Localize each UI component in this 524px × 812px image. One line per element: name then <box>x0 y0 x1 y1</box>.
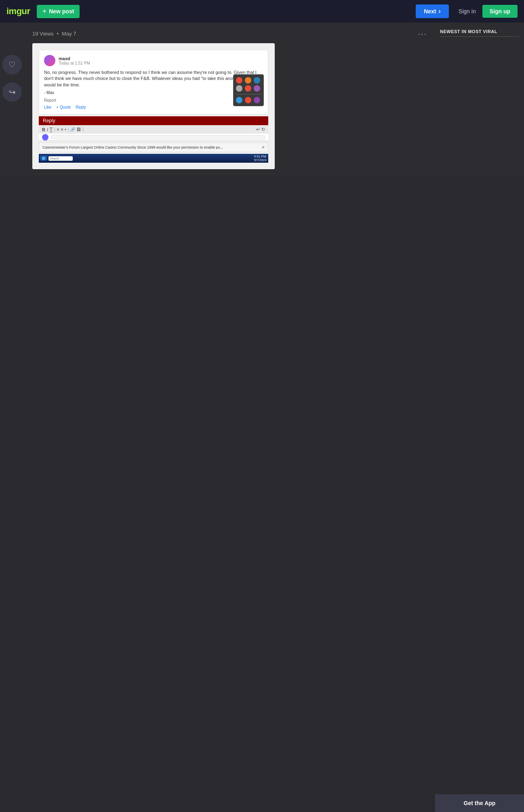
arrow-icon: › <box>439 8 441 15</box>
post-date: May 7 <box>62 31 76 37</box>
share-button[interactable]: ↪ <box>2 82 22 102</box>
new-post-button[interactable]: + New post <box>37 5 80 18</box>
reply-input-area <box>39 134 268 141</box>
toolbar-i[interactable]: I <box>47 127 48 132</box>
next-label: Next <box>424 8 436 15</box>
like-button[interactable]: ♡ <box>2 55 22 74</box>
taskbar-search[interactable]: Search <box>48 156 73 161</box>
notification-bar: Casinomeister's Forum Largest Online Cas… <box>39 143 268 152</box>
left-sidebar: ♡ ↪ <box>0 23 24 176</box>
reply-bar: Reply <box>39 116 268 125</box>
dark-footer <box>0 176 524 812</box>
reply-avatar <box>42 134 48 141</box>
forum-sig: - Max <box>44 90 263 95</box>
emoji-blue2[interactable] <box>236 97 242 103</box>
forum-user-info: maxd Today at 1:51 PM <box>59 56 90 65</box>
taskbar-search-text: Search <box>50 157 59 160</box>
meta-separator: • <box>57 31 59 37</box>
forum-avatar <box>44 55 55 66</box>
toolbar-list1[interactable]: ≡ <box>57 127 59 132</box>
emoji-picker <box>233 74 264 106</box>
reply-toolbar: B I T̲ | ≡ ≡ • | 🔗 🖼 | ↩ ↻ <box>39 125 268 134</box>
toolbar-image[interactable]: 🖼 <box>77 127 81 132</box>
sign-in-button[interactable]: Sign in <box>459 8 476 15</box>
post-meta-left: 19 Views • May 7 <box>32 31 76 37</box>
heart-icon: ♡ <box>8 60 16 69</box>
toolbar-sep3: | <box>82 127 84 132</box>
center-content: 19 Views • May 7 ··· maxd Today at 1:51 … <box>24 23 435 176</box>
navbar: imgur + New post Next › Sign in Sign up <box>0 0 524 23</box>
emoji-blue[interactable] <box>254 77 260 84</box>
post-image: maxd Today at 1:51 PM No, no progress. T… <box>32 43 275 169</box>
post-meta: 19 Views • May 7 ··· <box>32 29 427 38</box>
taskbar-date: 5/7/2024 <box>254 158 267 162</box>
notification-text: Casinomeister's Forum Largest Online Cas… <box>42 145 223 149</box>
forum-report: Report <box>44 98 263 103</box>
right-sidebar: NEWEST IN MOST VIRAL <box>435 23 524 176</box>
logo[interactable]: imgur <box>6 6 30 17</box>
forum-username: maxd <box>59 56 90 61</box>
forum-post-header: maxd Today at 1:51 PM <box>44 55 263 66</box>
navbar-right: Sign in Sign up <box>459 5 518 18</box>
screenshot-mockup: maxd Today at 1:51 PM No, no progress. T… <box>32 43 275 169</box>
sign-up-button[interactable]: Sign up <box>482 5 518 18</box>
emoji-purple[interactable] <box>254 85 260 92</box>
taskbar: ⊞ Search 5:51 PM 5/7/2024 <box>39 154 268 163</box>
more-icon: ··· <box>418 29 427 38</box>
toolbar-sep1: | <box>54 127 55 132</box>
post-more-button[interactable]: ··· <box>418 29 427 38</box>
toolbar-link[interactable]: 🔗 <box>70 127 75 132</box>
notification-close[interactable]: × <box>262 145 265 150</box>
toolbar-b[interactable]: B <box>42 127 45 132</box>
main-container: ♡ ↪ 19 Views • May 7 ··· <box>0 23 524 176</box>
get-app-label: Get the App <box>464 800 496 806</box>
toolbar-sep2: | <box>68 127 69 132</box>
emoji-divider <box>236 94 261 94</box>
forum-post: maxd Today at 1:51 PM No, no progress. T… <box>39 50 268 115</box>
action-quote[interactable]: + Quote <box>56 105 71 109</box>
toolbar-bullet[interactable]: • <box>65 127 66 132</box>
logo-text: imgur <box>6 6 30 17</box>
share-icon: ↪ <box>9 87 16 97</box>
emoji-violet[interactable] <box>254 97 260 103</box>
emoji-red3[interactable] <box>245 97 251 103</box>
emoji-red2[interactable] <box>245 85 251 92</box>
get-app-banner[interactable]: Get the App <box>435 794 524 812</box>
action-reply[interactable]: Reply <box>76 105 86 109</box>
taskbar-time: 5:51 PM <box>254 155 266 158</box>
reply-label: Reply <box>43 118 55 124</box>
forum-body: No, no progress. They never bothered to … <box>44 69 263 88</box>
emoji-orange[interactable] <box>245 77 251 84</box>
forum-time: Today at 1:51 PM <box>59 61 90 65</box>
reply-input[interactable] <box>51 135 265 139</box>
view-count: 19 Views <box>32 31 54 37</box>
toolbar-undo[interactable]: ↩ <box>256 127 260 132</box>
taskbar-start[interactable]: ⊞ <box>40 156 47 161</box>
newest-viral-title: NEWEST IN MOST VIRAL <box>440 29 519 37</box>
next-button[interactable]: Next › <box>416 4 449 18</box>
emoji-gray[interactable] <box>236 85 242 92</box>
new-post-label: New post <box>49 8 74 15</box>
toolbar-redo[interactable]: ↻ <box>261 127 265 132</box>
forum-actions: Like + Quote Reply <box>44 105 263 109</box>
plus-icon: + <box>42 7 47 16</box>
taskbar-clock: 5:51 PM 5/7/2024 <box>254 155 267 162</box>
action-like[interactable]: Like <box>44 105 51 109</box>
toolbar-t[interactable]: T̲ <box>50 127 53 132</box>
emoji-red[interactable] <box>236 77 242 84</box>
toolbar-list2[interactable]: ≡ <box>61 127 63 132</box>
